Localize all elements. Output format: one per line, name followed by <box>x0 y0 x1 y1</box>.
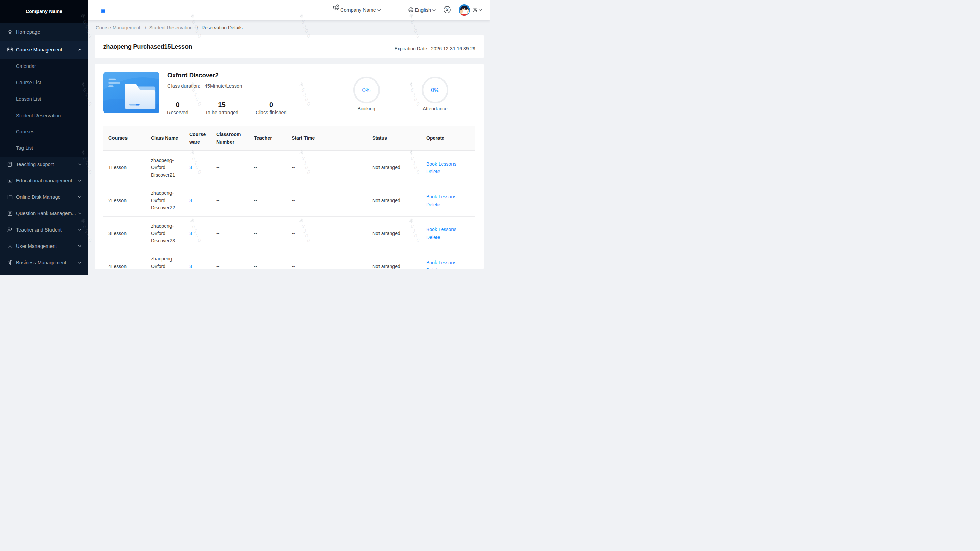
svg-text:¥: ¥ <box>445 7 449 12</box>
